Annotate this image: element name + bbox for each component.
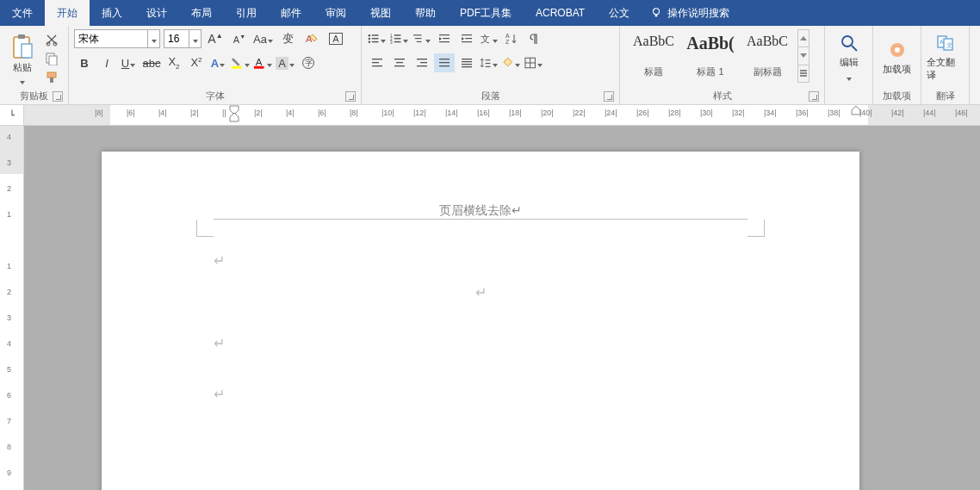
tab-acrobat[interactable]: ACROBAT: [524, 0, 597, 26]
header-text[interactable]: 页眉横线去除↵: [214, 203, 747, 219]
font-name-input[interactable]: [75, 30, 147, 47]
tab-insert[interactable]: 插入: [90, 0, 134, 26]
svg-rect-41: [372, 65, 382, 66]
svg-rect-47: [417, 65, 427, 66]
tab-help[interactable]: 帮助: [403, 0, 448, 26]
character-border-button[interactable]: A: [326, 29, 346, 48]
tell-me-label: 操作说明搜索: [667, 6, 729, 21]
svg-rect-42: [394, 59, 405, 59]
sort-button[interactable]: AZ: [501, 29, 522, 48]
paste-button[interactable]: 粘贴: [5, 29, 40, 86]
editing-label: 编辑: [840, 56, 859, 69]
tab-layout[interactable]: 布局: [179, 0, 224, 26]
tab-pdf-tools[interactable]: PDF工具集: [448, 0, 524, 26]
font-name-dropdown-icon[interactable]: [147, 30, 159, 47]
bullets-button[interactable]: [367, 29, 388, 48]
ruler-tick: 7: [7, 417, 11, 425]
tab-file[interactable]: 文件: [0, 0, 45, 26]
subscript-button[interactable]: X2: [164, 53, 184, 72]
show-marks-button[interactable]: [524, 29, 544, 48]
font-color-button[interactable]: A: [253, 53, 274, 72]
horizontal-ruler[interactable]: |8||6||4||2||||2||4||6||8||10||12||14||1…: [24, 105, 980, 125]
enclose-char-button[interactable]: 字: [298, 53, 319, 72]
char-shading-button[interactable]: A: [276, 53, 296, 72]
increase-indent-button[interactable]: [456, 29, 477, 48]
align-center-button[interactable]: [389, 53, 410, 72]
style-heading1[interactable]: AaBb( 标题 1: [682, 29, 739, 83]
paragraph-dialog-launcher[interactable]: [604, 91, 614, 102]
find-button[interactable]: 编辑: [830, 29, 867, 86]
tab-home[interactable]: 开始: [45, 0, 90, 26]
tab-references[interactable]: 引用: [224, 0, 269, 26]
document-canvas[interactable]: 页眉横线去除↵ ↵ ↵ ↵ ↵: [24, 126, 980, 490]
svg-rect-51: [462, 59, 472, 59]
clear-format-button[interactable]: A: [301, 29, 322, 48]
change-case-button[interactable]: Aa: [253, 29, 274, 48]
styles-scroll-up-icon[interactable]: [798, 30, 809, 47]
svg-rect-39: [372, 59, 382, 59]
styles-more-icon[interactable]: [798, 65, 809, 82]
line-spacing-button[interactable]: [479, 53, 499, 72]
tab-design[interactable]: 设计: [134, 0, 179, 26]
copy-icon[interactable]: [45, 52, 59, 65]
text-effects-button[interactable]: A: [208, 53, 229, 72]
ruler-tick: 3: [7, 158, 11, 167]
tab-review[interactable]: 审阅: [313, 0, 358, 26]
font-size-dropdown-icon[interactable]: [189, 30, 201, 47]
group-font: A▲ A▼ Aa 变 A A B I U abc X2 X2 A A A 字 字…: [69, 26, 362, 104]
highlight-button[interactable]: [231, 53, 251, 72]
paragraph-mark: ↵: [475, 285, 487, 300]
superscript-button[interactable]: X2: [186, 53, 207, 72]
svg-rect-18: [372, 38, 379, 39]
multilevel-list-button[interactable]: [412, 29, 432, 48]
asian-layout-button[interactable]: 文: [479, 29, 499, 48]
tell-me-search[interactable]: 操作说明搜索: [642, 0, 738, 26]
align-right-button[interactable]: [412, 53, 432, 72]
clipboard-dialog-launcher[interactable]: [53, 91, 63, 102]
phonetic-guide-button[interactable]: 变: [277, 29, 298, 48]
underline-button[interactable]: U: [119, 53, 140, 72]
editing-dropdown-icon: [847, 72, 852, 83]
translate-button[interactable]: A文 全文翻译: [927, 29, 964, 86]
tab-selector[interactable]: ┗: [0, 105, 24, 125]
align-justify-button[interactable]: [434, 53, 455, 72]
addin-button[interactable]: 加载项: [878, 29, 915, 86]
ruler-tick: |40|: [859, 109, 872, 117]
indent-marker-icon[interactable]: [229, 105, 239, 122]
font-name-combo[interactable]: [74, 29, 160, 48]
numbering-button[interactable]: 123: [389, 29, 410, 48]
cut-icon[interactable]: [45, 33, 59, 47]
tab-mailings[interactable]: 邮件: [269, 0, 313, 26]
bold-button[interactable]: B: [74, 53, 95, 72]
ruler-tick: |38|: [828, 109, 840, 117]
style-title[interactable]: AaBbC 标题: [625, 29, 682, 83]
decrease-indent-button[interactable]: [434, 29, 455, 48]
svg-rect-27: [413, 34, 422, 35]
italic-button[interactable]: I: [96, 53, 117, 72]
shading-button[interactable]: [501, 53, 522, 72]
font-dialog-launcher[interactable]: [345, 91, 356, 102]
shrink-font-button[interactable]: A▼: [229, 29, 250, 48]
font-size-combo[interactable]: [164, 29, 202, 48]
styles-dialog-launcher[interactable]: [809, 91, 819, 102]
header-zone[interactable]: 页眉横线去除↵: [102, 177, 859, 226]
format-painter-icon[interactable]: [45, 71, 59, 84]
svg-rect-26: [394, 41, 401, 42]
strikethrough-button[interactable]: abc: [141, 53, 162, 72]
align-distributed-button[interactable]: [456, 53, 477, 72]
vertical-ruler[interactable]: 4321123456789: [0, 126, 24, 490]
tab-view[interactable]: 视图: [358, 0, 403, 26]
ruler-tick: |14|: [445, 109, 458, 117]
style-subtitle[interactable]: AaBbC 副标题: [739, 29, 796, 83]
tab-gongwen[interactable]: 公文: [597, 0, 642, 26]
align-left-button[interactable]: [367, 53, 388, 72]
borders-button[interactable]: [524, 53, 544, 72]
svg-rect-45: [417, 59, 427, 59]
svg-rect-9: [47, 72, 56, 78]
font-size-input[interactable]: [164, 30, 189, 47]
svg-text:A: A: [256, 57, 263, 67]
styles-gallery-scroll[interactable]: [797, 29, 809, 83]
grow-font-button[interactable]: A▲: [205, 29, 226, 48]
styles-scroll-down-icon[interactable]: [798, 47, 809, 65]
svg-rect-3: [18, 34, 25, 39]
